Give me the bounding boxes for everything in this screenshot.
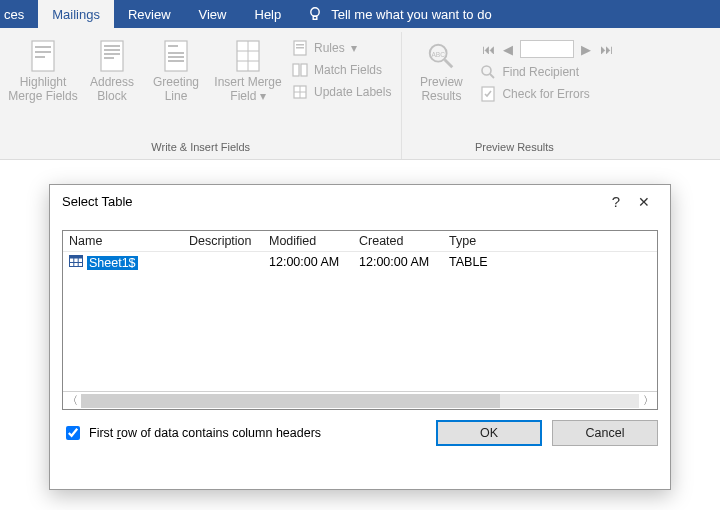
svg-rect-3: [35, 46, 51, 48]
cell-modified: 12:00:00 AM: [263, 252, 353, 273]
table-name: Sheet1$: [87, 256, 138, 270]
cell-description: [183, 252, 263, 273]
highlight-merge-fields-icon: [27, 38, 59, 74]
col-header-modified[interactable]: Modified: [263, 231, 353, 251]
insert-merge-field-icon: [232, 38, 264, 74]
dialog-title: Select Table: [62, 194, 133, 209]
modal-overlay: Select Table ? ✕ Name Description Modifi…: [0, 160, 720, 510]
tell-me-label: Tell me what you want to do: [331, 7, 491, 22]
nav-next-button[interactable]: ▶: [578, 42, 594, 57]
nav-prev-button[interactable]: ◀: [500, 42, 516, 57]
svg-point-31: [482, 66, 491, 75]
address-block-icon: [96, 38, 128, 74]
select-table-dialog: Select Table ? ✕ Name Description Modifi…: [49, 184, 671, 490]
col-header-type[interactable]: Type: [443, 231, 533, 251]
svg-rect-8: [104, 49, 120, 51]
dialog-help-button[interactable]: ?: [602, 193, 630, 210]
update-labels-icon: [292, 84, 308, 100]
update-labels-button[interactable]: Update Labels: [292, 84, 391, 100]
table-grid: Name Description Modified Created Type S…: [62, 230, 658, 410]
dialog-titlebar: Select Table ? ✕: [50, 185, 670, 230]
checkbox-label: First row of data contains column header…: [89, 426, 321, 440]
first-row-headers-input[interactable]: [66, 426, 80, 440]
ribbon: HighlightMerge Fields AddressBlock Greet…: [0, 28, 720, 160]
svg-rect-35: [70, 256, 83, 259]
greeting-line-button[interactable]: GreetingLine: [144, 34, 208, 104]
horizontal-scrollbar[interactable]: 〈 〉: [63, 391, 657, 409]
table-row[interactable]: Sheet1$ 12:00:00 AM 12:00:00 AM TABLE: [63, 252, 657, 273]
svg-line-32: [490, 74, 494, 78]
record-navigator: ⏮ ◀ ▶ ⏭: [474, 34, 620, 58]
rules-icon: [292, 40, 308, 56]
highlight-merge-fields-button[interactable]: HighlightMerge Fields: [6, 34, 80, 104]
nav-record-input[interactable]: [520, 40, 574, 58]
svg-rect-13: [168, 52, 184, 54]
svg-rect-4: [35, 51, 51, 53]
svg-rect-21: [296, 44, 304, 46]
tab-mailings[interactable]: Mailings: [38, 0, 114, 28]
svg-rect-9: [104, 53, 120, 55]
preview-results-button[interactable]: ABC PreviewResults: [408, 34, 474, 104]
tab-references-cut[interactable]: ces: [0, 0, 38, 28]
ribbon-group-caption: Preview Results: [408, 139, 620, 157]
first-row-headers-checkbox[interactable]: First row of data contains column header…: [62, 423, 321, 443]
svg-point-0: [311, 8, 319, 16]
ok-button[interactable]: OK: [436, 420, 542, 446]
svg-rect-7: [104, 45, 120, 47]
svg-rect-1: [313, 16, 317, 19]
scroll-left-icon[interactable]: 〈: [63, 393, 81, 408]
svg-rect-22: [296, 47, 304, 49]
preview-results-icon: ABC: [425, 38, 457, 74]
svg-rect-15: [168, 60, 184, 62]
rules-button[interactable]: Rules ▾: [292, 40, 391, 56]
cell-type: TABLE: [443, 252, 533, 273]
find-recipient-icon: [480, 64, 496, 80]
check-for-errors-icon: [480, 86, 496, 102]
svg-rect-24: [301, 64, 307, 76]
address-block-button[interactable]: AddressBlock: [80, 34, 144, 104]
svg-rect-23: [293, 64, 299, 76]
match-fields-icon: [292, 62, 308, 78]
table-header-row: Name Description Modified Created Type: [63, 231, 657, 252]
col-header-name[interactable]: Name: [63, 231, 183, 251]
scroll-right-icon[interactable]: 〉: [639, 393, 657, 408]
chevron-down-icon: ▾: [351, 41, 357, 55]
svg-line-29: [445, 60, 453, 68]
cancel-button[interactable]: Cancel: [552, 420, 658, 446]
ribbon-tabstrip: ces Mailings Review View Help Tell me wh…: [0, 0, 720, 28]
cell-created: 12:00:00 AM: [353, 252, 443, 273]
svg-rect-14: [168, 56, 184, 58]
dialog-close-button[interactable]: ✕: [630, 194, 658, 210]
check-for-errors-button[interactable]: Check for Errors: [480, 86, 614, 102]
scroll-thumb[interactable]: [81, 394, 500, 408]
ribbon-group-caption: Write & Insert Fields: [6, 139, 395, 157]
ribbon-group-preview-results: ABC PreviewResults ⏮ ◀ ▶ ⏭ Find Recipien…: [402, 32, 626, 159]
chevron-down-icon: ▾: [260, 89, 266, 103]
match-fields-button[interactable]: Match Fields: [292, 62, 391, 78]
svg-rect-5: [35, 56, 45, 58]
nav-last-button[interactable]: ⏭: [598, 42, 614, 57]
find-recipient-button[interactable]: Find Recipient: [480, 64, 614, 80]
svg-text:ABC: ABC: [432, 51, 446, 58]
insert-merge-field-button[interactable]: Insert MergeField ▾: [208, 34, 288, 104]
svg-rect-10: [104, 57, 114, 59]
tab-review[interactable]: Review: [114, 0, 185, 28]
tab-view[interactable]: View: [185, 0, 241, 28]
col-header-description[interactable]: Description: [183, 231, 263, 251]
lightbulb-icon: [307, 6, 323, 22]
nav-first-button[interactable]: ⏮: [480, 42, 496, 57]
tell-me-search[interactable]: Tell me what you want to do: [295, 0, 503, 28]
greeting-line-icon: [160, 38, 192, 74]
tab-help[interactable]: Help: [241, 0, 296, 28]
table-icon: [69, 255, 83, 270]
ribbon-group-write-insert: HighlightMerge Fields AddressBlock Greet…: [0, 32, 402, 159]
svg-rect-12: [168, 45, 178, 47]
col-header-created[interactable]: Created: [353, 231, 443, 251]
